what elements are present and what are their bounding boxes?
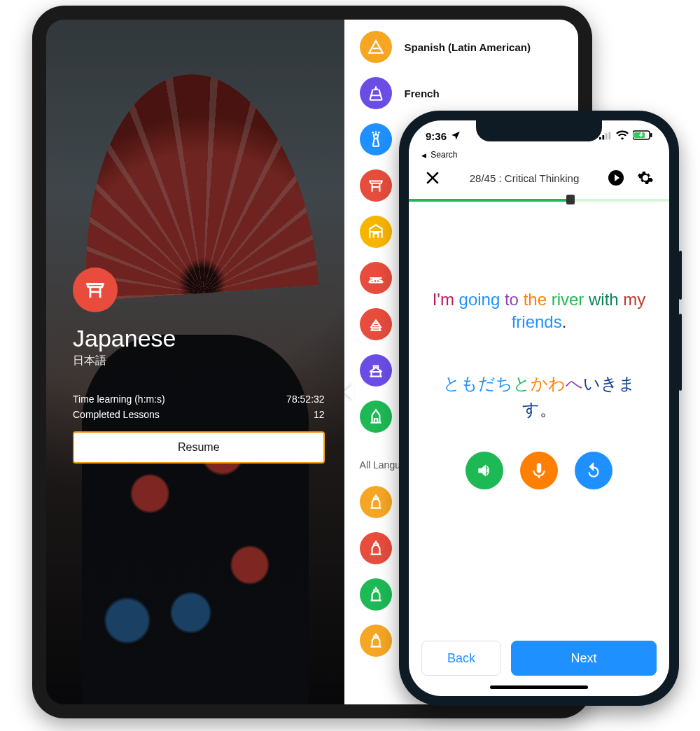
svg-rect-0 <box>599 137 601 139</box>
battery-icon <box>633 130 652 142</box>
course-native-name: 日本語 <box>73 354 325 368</box>
word: my <box>623 290 645 309</box>
stat-time: Time learning (h:m:s) 78:52:32 <box>73 394 325 405</box>
word: to <box>505 290 524 309</box>
svg-rect-6 <box>634 132 645 138</box>
stat-lessons: Completed Lessons 12 <box>73 409 325 420</box>
language-item[interactable]: Spanish (Latin American) <box>344 24 578 70</box>
status-time: 9:36 <box>426 130 447 142</box>
location-icon <box>451 130 461 142</box>
action-row <box>465 452 612 489</box>
torii-icon <box>360 169 392 202</box>
stat-lessons-label: Completed Lessons <box>73 409 160 420</box>
resume-button-label: Resume <box>178 441 220 454</box>
lesson-body: I'm going to the river with my friends. … <box>409 204 669 631</box>
word: す <box>522 400 540 419</box>
word: いきま <box>583 374 636 393</box>
close-button[interactable] <box>423 168 442 188</box>
selection-pointer <box>344 384 354 401</box>
sentence-japanese: ともだちとかわへいきます。 <box>430 370 648 422</box>
stat-lessons-value: 12 <box>314 409 325 420</box>
stat-time-label: Time learning (h:m:s) <box>73 394 165 405</box>
back-button[interactable]: Back <box>421 641 501 676</box>
svg-rect-3 <box>609 132 611 139</box>
nav-row: Back Next <box>409 631 669 685</box>
mosque-icon <box>360 486 392 518</box>
svg-rect-2 <box>606 133 608 139</box>
word: と <box>513 374 531 393</box>
microphone-button[interactable] <box>520 452 558 489</box>
language-label: French <box>405 88 440 99</box>
mosque-icon <box>360 625 392 657</box>
word: with <box>589 290 623 309</box>
word: friends <box>512 312 562 331</box>
temple-icon <box>360 354 392 387</box>
back-button-label: Back <box>447 651 475 666</box>
settings-button[interactable] <box>636 168 655 188</box>
language-label: Spanish (Latin American) <box>405 41 531 53</box>
home-indicator[interactable] <box>490 685 588 689</box>
liberty-icon <box>360 123 392 155</box>
language-item[interactable]: French <box>344 70 578 116</box>
word: かわ <box>531 374 566 393</box>
pyramid-icon <box>360 31 392 63</box>
word: river <box>552 290 589 309</box>
word: へ <box>566 374 583 393</box>
word: the <box>524 290 552 309</box>
speaker-button[interactable] <box>465 452 503 489</box>
word: ともだち <box>443 374 513 393</box>
lesson-header: 28/45 : Critical Thinking <box>409 160 669 192</box>
progress-handle[interactable] <box>566 195 575 204</box>
word: . <box>562 312 567 331</box>
course-hero: Japanese 日本語 Time learning (h:m:s) 78:52… <box>46 20 344 704</box>
play-button[interactable] <box>606 168 626 188</box>
course-card: Japanese 日本語 Time learning (h:m:s) 78:52… <box>73 267 325 464</box>
phone-device: 9:36 Search <box>399 111 679 706</box>
torii-icon <box>73 267 118 312</box>
phone-notch <box>476 120 602 141</box>
lesson-progress[interactable] <box>409 195 669 204</box>
wifi-icon <box>616 130 629 142</box>
svg-rect-1 <box>603 135 605 139</box>
replay-button[interactable] <box>575 452 612 489</box>
kremlin-icon <box>360 401 392 433</box>
progress-fill <box>409 199 570 202</box>
back-to-search-label: Search <box>430 150 457 160</box>
course-title: Japanese <box>73 325 325 352</box>
mosque-icon <box>360 578 392 611</box>
next-button[interactable]: Next <box>511 641 657 676</box>
pagoda-icon <box>360 308 392 340</box>
eiffel-icon <box>360 77 392 109</box>
next-button-label: Next <box>571 651 597 666</box>
colosseum-icon <box>360 262 392 294</box>
resume-button[interactable]: Resume <box>73 431 325 464</box>
gate-icon <box>360 216 392 248</box>
phone-screen: 9:36 Search <box>409 120 669 696</box>
svg-rect-5 <box>650 133 652 137</box>
mosque-icon <box>360 532 392 564</box>
word: 。 <box>540 400 556 419</box>
word: I'm <box>433 290 459 309</box>
back-to-search[interactable]: Search <box>409 150 669 160</box>
lesson-title: 28/45 : Critical Thinking <box>470 172 579 184</box>
word: going <box>459 290 505 309</box>
stat-time-value: 78:52:32 <box>286 394 325 405</box>
sentence-english: I'm going to the river with my friends. <box>430 288 648 334</box>
